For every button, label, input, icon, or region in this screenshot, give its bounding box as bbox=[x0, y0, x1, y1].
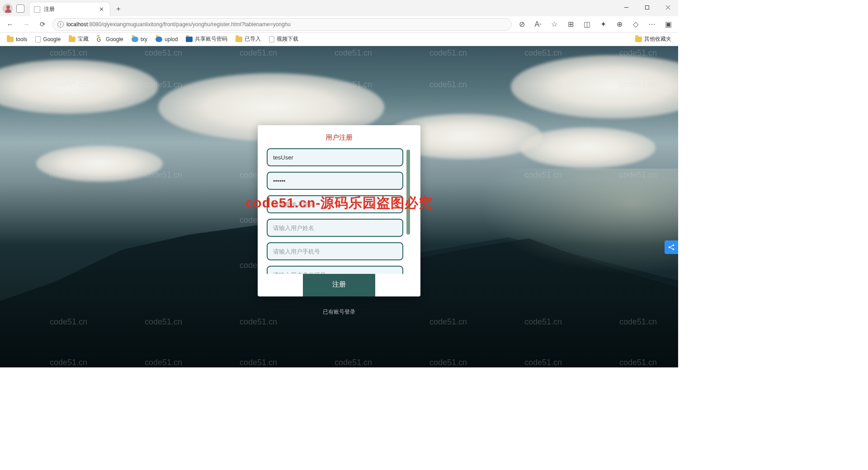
bookmark-item[interactable]: 已导入 bbox=[232, 34, 264, 44]
workspace-icon[interactable] bbox=[16, 5, 24, 13]
svg-point-5 bbox=[673, 244, 675, 246]
favorites-hub-icon[interactable]: ✦ bbox=[597, 18, 609, 31]
name-input[interactable] bbox=[267, 219, 403, 237]
bookmark-item[interactable]: GGoogle bbox=[94, 35, 127, 44]
tab-title: 注册 bbox=[44, 5, 94, 13]
share-widget-icon[interactable] bbox=[665, 240, 678, 254]
bookmark-item[interactable]: tools bbox=[4, 35, 30, 44]
favorite-icon[interactable]: ☆ bbox=[548, 18, 561, 31]
confirm-password-input[interactable] bbox=[267, 195, 403, 213]
menu-icon[interactable]: ⋯ bbox=[646, 18, 658, 31]
bookmark-item[interactable]: Google bbox=[32, 35, 64, 44]
profile-avatar-icon[interactable] bbox=[3, 4, 13, 14]
address-bar: ← → ⟳ i localhost:8080/qiyexiangmuguanli… bbox=[0, 16, 678, 33]
password-input[interactable] bbox=[267, 172, 403, 190]
window-close-button[interactable] bbox=[657, 0, 678, 14]
bookmark-item[interactable]: 宝藏 bbox=[66, 34, 92, 44]
google-icon: G bbox=[97, 37, 104, 42]
register-button[interactable]: 注册 bbox=[303, 272, 375, 296]
sidebar-toggle-icon[interactable]: ▣ bbox=[662, 18, 675, 31]
svg-rect-1 bbox=[645, 5, 649, 9]
login-link[interactable]: 已有账号登录 bbox=[323, 308, 355, 316]
extensions-icon[interactable]: ⊞ bbox=[564, 18, 577, 31]
bookmark-item[interactable]: 共享账号密码 bbox=[183, 34, 231, 44]
other-bookmarks[interactable]: 其他收藏夹 bbox=[632, 34, 675, 44]
bookmark-item[interactable]: uplod bbox=[152, 35, 181, 44]
nav-refresh-button[interactable]: ⟳ bbox=[36, 18, 49, 31]
collections-icon[interactable]: ⊕ bbox=[613, 18, 626, 31]
split-screen-icon[interactable]: ◫ bbox=[580, 18, 593, 31]
svg-line-8 bbox=[670, 248, 673, 249]
bookmarks-bar: tools Google 宝藏 GGoogle txy uplod 共享账号密码… bbox=[0, 33, 678, 46]
bookmark-item[interactable]: txy bbox=[128, 35, 151, 44]
username-input[interactable] bbox=[267, 148, 403, 166]
browser-tab[interactable]: 注册 ✕ bbox=[29, 2, 110, 16]
tab-close-icon[interactable]: ✕ bbox=[98, 6, 105, 13]
svg-line-7 bbox=[670, 245, 673, 247]
performance-icon[interactable]: ◇ bbox=[629, 18, 642, 31]
url-input[interactable]: i localhost:8080/qiyexiangmuguanlixitong… bbox=[52, 18, 512, 31]
window-maximize-button[interactable] bbox=[637, 0, 657, 14]
url-port: :8080 bbox=[88, 21, 101, 28]
window-minimize-button[interactable] bbox=[616, 0, 637, 14]
nav-forward-button[interactable]: → bbox=[20, 18, 33, 31]
bookmark-item[interactable]: 视频下载 bbox=[266, 34, 302, 44]
site-info-icon[interactable]: i bbox=[57, 21, 64, 28]
form-scrollbar[interactable] bbox=[406, 150, 410, 235]
svg-point-6 bbox=[673, 249, 675, 250]
form-title: 用户注册 bbox=[267, 133, 411, 142]
idcard-input[interactable] bbox=[267, 266, 403, 274]
tab-favicon-icon bbox=[34, 6, 40, 13]
url-path: /qiyexiangmuguanlixitong/front/pages/yon… bbox=[101, 21, 291, 28]
nav-back-button[interactable]: ← bbox=[4, 18, 16, 31]
new-tab-button[interactable]: + bbox=[112, 3, 125, 15]
page-viewport: code51.cn code51.cn code51.cn code51.cn … bbox=[0, 46, 678, 367]
read-aloud-icon[interactable]: A» bbox=[532, 18, 544, 31]
window-titlebar: 注册 ✕ + bbox=[0, 0, 678, 16]
phone-input[interactable] bbox=[267, 242, 403, 260]
url-host: localhost bbox=[66, 21, 88, 28]
search-icon[interactable]: ⊘ bbox=[515, 18, 528, 31]
register-card: 用户注册 注册 bbox=[258, 125, 420, 296]
svg-point-4 bbox=[669, 246, 670, 248]
